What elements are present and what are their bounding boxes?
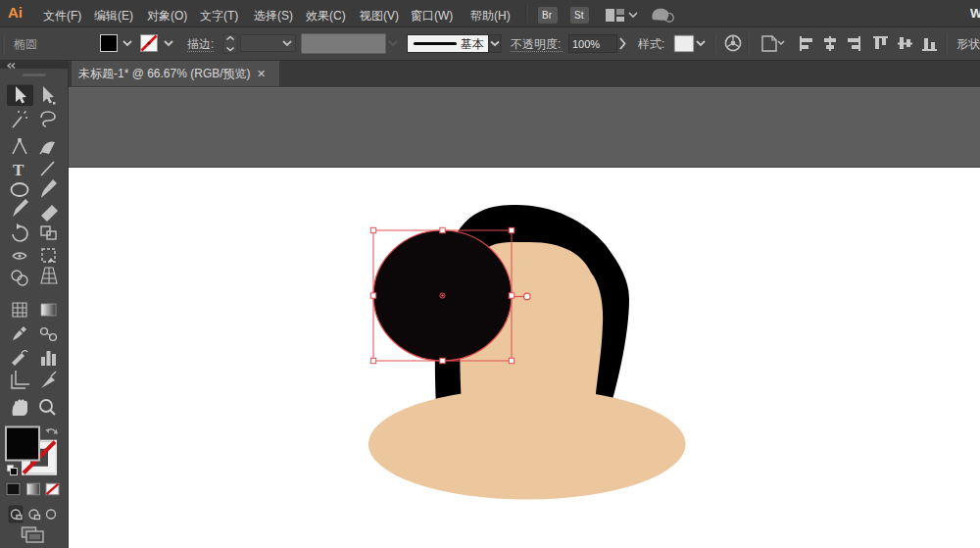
- svg-text:描边:: 描边:: [187, 37, 214, 51]
- svg-text:T: T: [13, 161, 24, 179]
- svg-text:St: St: [574, 10, 584, 21]
- svg-text:椭圆: 椭圆: [14, 37, 37, 51]
- svg-text:W: W: [970, 6, 980, 21]
- svg-text:不透明度:: 不透明度:: [511, 37, 561, 51]
- svg-text:100%: 100%: [572, 38, 600, 50]
- svg-text:形状: 形状: [956, 37, 980, 51]
- svg-text:基本: 基本: [461, 37, 484, 51]
- svg-text:Br: Br: [542, 10, 553, 21]
- svg-text:样式:: 样式:: [637, 37, 664, 51]
